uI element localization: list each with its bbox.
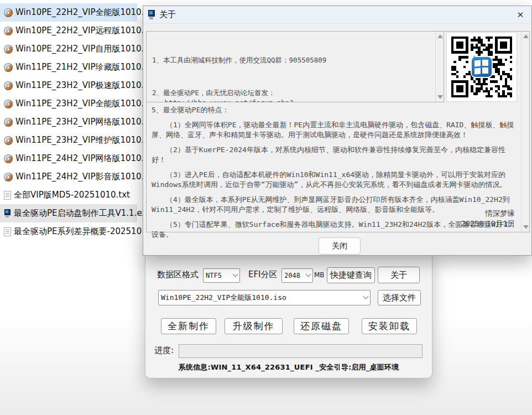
file-name: Win10PE_22H2_VIP自用版1010.iso (15, 44, 156, 54)
scroll-up-icon[interactable] (437, 34, 443, 38)
upgrade-button[interactable]: 升级制作 (225, 318, 283, 334)
cd-icon (4, 63, 13, 72)
feature-line: （1）全网同等体积PE，驱动最全最新！PE内置主流和非主流电脑硬件驱动，包含磁盘… (152, 120, 515, 140)
qr-code (451, 37, 512, 97)
app-usb-icon (148, 10, 155, 19)
file-row[interactable]: 最全驱动PE启动盘制作工具V1.1.exe (0, 204, 137, 222)
info-line: 2、最全驱动PE，由无忧启动论坛首发： http://bbs.wuyou.net… (152, 88, 433, 102)
text-file-icon (4, 191, 11, 200)
file-row[interactable]: Win11PE_21H2_VIP珍藏版1010.iso (0, 58, 137, 76)
dialog-title: 关于 (159, 9, 176, 20)
progress-bar (179, 344, 423, 358)
system-info-text: 系统信息:WIN_11_X64_22631_UEFI _安全引导:启用_桌面环境 (145, 362, 432, 372)
cd-icon (4, 45, 13, 54)
cd-icon (4, 154, 13, 163)
progress-label: 进度: (154, 345, 174, 356)
chevron-down-icon (233, 271, 238, 277)
dialog-titlebar[interactable]: 关于 ✕ (143, 6, 531, 24)
file-row[interactable]: Win11PE_24H2_VIP网络版1010.iso (0, 149, 137, 168)
data-format-select[interactable]: NTFS (203, 268, 240, 283)
chevron-down-icon (363, 293, 369, 299)
efi-size-value: 2048 (284, 272, 300, 279)
info-line: 1、本工具由潮城科技制作，使用交流QQ群：905505809 (152, 55, 433, 65)
close-button[interactable]: 关闭 (319, 237, 361, 255)
file-name: Win11PE_23H2_VIP维护版1010.iso (15, 135, 156, 146)
hotkey-query-button[interactable]: 快捷键查询 (327, 267, 375, 283)
signature-name: 情深梦缘 (461, 208, 515, 219)
file-name: 最全驱动PE启动盘制作工具V1.1.exe (14, 208, 152, 219)
cd-icon (4, 8, 13, 17)
desktop: Win10PE_22H2_VIP全能版1010.iso Win10PE_22H2… (0, 0, 532, 415)
restore-disk-button[interactable]: 还原磁盘 (294, 318, 349, 334)
about-button[interactable]: 关于 (378, 267, 420, 283)
file-name: Win11PE_24H2_VIP影音版1010.iso (15, 172, 156, 182)
cd-icon (4, 81, 13, 90)
file-row[interactable]: Win11PE_23H2_VIP网络版1010.iso (0, 113, 137, 131)
file-name: Win11PE_23H2_VIP全能版1010.iso (15, 98, 156, 109)
file-row[interactable]: Win11PE_23H2_VIP全能版1010.iso (0, 95, 137, 113)
wechat-account-logo (472, 57, 492, 77)
feature-line: 5、最全驱动PE的特点： (152, 105, 515, 115)
choose-file-button[interactable]: 选择文件 (378, 290, 421, 305)
install-uninstall-button[interactable]: 安装卸载 (362, 318, 417, 334)
cd-icon (4, 173, 13, 181)
create-new-button[interactable]: 全新制作 (161, 318, 216, 334)
cd-icon (4, 27, 13, 35)
text-file-icon (4, 227, 11, 236)
file-name: Win10PE_22H2_VIP全能版1010.iso (15, 7, 156, 18)
file-row[interactable]: Win11PE_23H2_VIP维护版1010.iso (0, 131, 137, 149)
efi-partition-label: EFI分区 (248, 269, 278, 280)
signature-date: 2025年10月1日 (461, 219, 515, 229)
info-scrollbar[interactable] (435, 32, 444, 102)
feature-line: （3）进入PE后，自动适配本机硬件的Win10和Win11_x64驱动，除精简显… (152, 170, 515, 190)
main-window: 数据区格式 NTFS EFI分区 2048 MB 快捷键查询 关于 Win10P… (145, 247, 432, 378)
file-name: Win11PE_23H2_VIP网络版1010.iso (15, 117, 156, 127)
file-row[interactable]: Win11PE_24H2_VIP影音版1010.iso (0, 168, 137, 186)
close-icon[interactable]: ✕ (514, 9, 527, 21)
chevron-down-icon (306, 271, 311, 277)
file-row[interactable]: 全部VIP版MD5-20251010.txt (0, 186, 137, 204)
dialog-content-box: 1、本工具由潮城科技制作，使用交流QQ群：905505809 2、最全驱动PE，… (146, 31, 530, 232)
file-name: 全部VIP版MD5-20251010.txt (14, 190, 130, 200)
data-format-value: NTFS (206, 272, 222, 279)
file-row[interactable]: Win10PE_22H2_VIP自用版1010.iso (0, 40, 137, 58)
scroll-up-icon[interactable] (523, 34, 529, 38)
scroll-down-icon[interactable] (523, 225, 529, 229)
cd-icon (4, 118, 13, 127)
feature-line: （2）基于KuerPE-2024年版本，对系统内核细节、驱动和软件兼容性持续修复… (152, 145, 515, 165)
file-name: Win11PE_21H2_VIP珍藏版1010.iso (15, 62, 156, 72)
file-row[interactable]: 最全驱动PE系列差异概要-20251010.txt (0, 222, 137, 241)
efi-size-select[interactable]: 2048 (281, 268, 313, 283)
mb-unit-label: MB (314, 271, 325, 279)
file-name: Win11PE_24H2_VIP网络版1010.iso (15, 153, 156, 164)
file-row[interactable]: Win10PE_22H2_VIP远程版1010.iso (0, 22, 137, 40)
file-name: Win10PE_22H2_VIP远程版1010.iso (15, 25, 156, 36)
about-dialog: 关于 ✕ 1、本工具由潮城科技制作，使用交流QQ群：905505809 2、最全… (143, 6, 532, 256)
iso-file-value: Win10PE_22H2_VIP全能版1010.iso (161, 293, 286, 303)
cd-icon (4, 136, 13, 145)
qr-code-panel (446, 32, 517, 102)
info-textbox: 1、本工具由潮城科技制作，使用交流QQ群：905505809 2、最全驱动PE，… (147, 32, 444, 102)
exe-usb-icon (4, 209, 11, 218)
dialog-scrollbar[interactable] (521, 32, 529, 232)
scroll-down-icon[interactable] (437, 95, 443, 99)
info-text: 1、本工具由潮城科技制作，使用交流QQ群：905505809 2、最全驱动PE，… (147, 32, 435, 102)
file-row[interactable]: Win11PE_23H2_VIP极速版1010.iso (0, 76, 137, 95)
cd-icon (4, 100, 13, 108)
file-row[interactable]: Win10PE_22H2_VIP全能版1010.iso (0, 3, 137, 22)
signature: 情深梦缘 2025年10月1日 (461, 208, 515, 229)
iso-file-select[interactable]: Win10PE_22H2_VIP全能版1010.iso (158, 290, 371, 305)
data-format-label: 数据区格式 (157, 269, 199, 280)
file-name: Win11PE_23H2_VIP极速版1010.iso (15, 80, 156, 91)
